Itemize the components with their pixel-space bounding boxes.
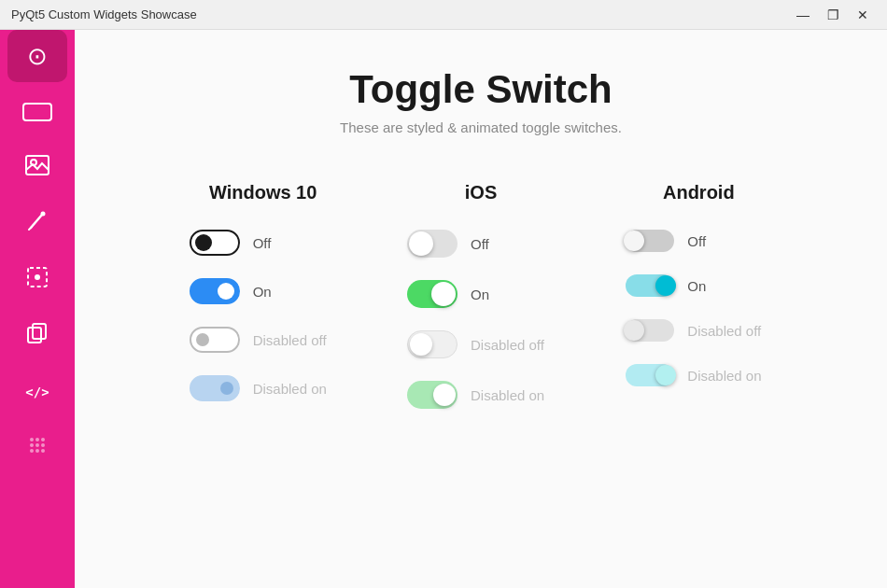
copy-icon xyxy=(27,323,48,349)
svg-point-15 xyxy=(30,449,34,453)
win-off-row: Off xyxy=(154,230,372,256)
svg-line-2 xyxy=(31,215,42,228)
win-knob-disabled-off xyxy=(196,333,209,346)
ios-off-row: Off xyxy=(372,230,589,258)
android-label-disabled-off: Disabled off xyxy=(687,323,771,339)
windows-header: Windows 10 xyxy=(209,182,317,203)
svg-point-12 xyxy=(30,443,34,447)
ios-disabled-on-row: Disabled on xyxy=(372,381,589,409)
sidebar-item-card[interactable] xyxy=(7,86,67,138)
ios-toggle-disabled-on xyxy=(407,381,458,409)
svg-point-9 xyxy=(30,438,34,441)
card-icon xyxy=(22,103,52,121)
sidebar: ⊙ xyxy=(0,0,75,588)
app-title: PyQt5 Custom Widgets Showcase xyxy=(11,7,197,21)
image-icon xyxy=(25,155,49,181)
svg-point-3 xyxy=(41,212,46,217)
ios-knob-disabled-off xyxy=(410,333,432,356)
ios-label-disabled-on: Disabled on xyxy=(471,387,555,403)
android-label-disabled-on: Disabled on xyxy=(687,368,771,384)
svg-point-13 xyxy=(35,443,39,447)
ios-label-off: Off xyxy=(471,236,555,252)
svg-point-16 xyxy=(35,449,39,453)
android-knob-on xyxy=(655,275,676,296)
win-toggle-on[interactable] xyxy=(190,278,240,304)
ios-knob-off xyxy=(409,231,433,256)
android-knob-off xyxy=(624,231,644,251)
android-column: Android Off On Disabled off xyxy=(590,182,808,424)
android-knob-disabled-off xyxy=(624,320,644,341)
android-header: Android xyxy=(663,182,735,203)
sidebar-item-copy[interactable] xyxy=(7,310,67,362)
ios-toggle-disabled-off xyxy=(407,330,458,358)
toggle-grid: Windows 10 Off On Disabled off xyxy=(154,182,808,424)
maximize-button[interactable]: ❐ xyxy=(820,4,846,26)
ios-knob-on xyxy=(431,282,456,306)
ios-header: iOS xyxy=(465,182,497,203)
sidebar-item-toggle[interactable]: ⊙ xyxy=(7,30,67,82)
sidebar-item-select[interactable] xyxy=(7,254,67,306)
sidebar-item-dots[interactable] xyxy=(7,422,67,474)
svg-rect-8 xyxy=(28,328,41,343)
page-title: Toggle Switch xyxy=(131,67,831,112)
svg-point-17 xyxy=(41,449,45,453)
win-toggle-disabled-off xyxy=(190,327,240,353)
win-toggle-disabled-on xyxy=(190,375,240,401)
win-label-off: Off xyxy=(253,235,337,251)
page-subtitle: These are styled & animated toggle switc… xyxy=(131,119,831,135)
android-disabled-off-row: Disabled off xyxy=(590,319,808,342)
android-toggle-off[interactable] xyxy=(626,230,674,252)
title-bar: PyQt5 Custom Widgets Showcase — ❐ ✕ xyxy=(0,0,887,30)
svg-rect-7 xyxy=(33,324,46,339)
win-label-disabled-off: Disabled off xyxy=(253,332,337,348)
win-disabled-on-row: Disabled on xyxy=(154,375,372,401)
ios-label-disabled-off: Disabled off xyxy=(471,337,555,353)
ios-on-row: On xyxy=(372,280,589,308)
window-controls: — ❐ ✕ xyxy=(790,4,876,26)
android-on-row: On xyxy=(590,274,808,297)
main-content: Toggle Switch These are styled & animate… xyxy=(75,30,887,588)
toggle-icon: ⊙ xyxy=(27,42,48,71)
picker-icon xyxy=(27,211,48,237)
android-label-off: Off xyxy=(687,233,771,249)
android-disabled-on-row: Disabled on xyxy=(590,364,808,386)
sidebar-item-code[interactable]: </> xyxy=(7,366,67,418)
ios-toggle-on[interactable] xyxy=(407,280,458,308)
win-disabled-off-row: Disabled off xyxy=(154,327,372,353)
ios-toggle-off[interactable] xyxy=(407,230,458,258)
win-label-on: On xyxy=(253,284,337,300)
android-toggle-disabled-off xyxy=(626,319,674,342)
svg-point-6 xyxy=(35,274,40,280)
select-icon xyxy=(26,266,49,294)
android-toggle-disabled-on xyxy=(626,364,674,386)
win-knob-disabled-on xyxy=(220,382,233,395)
svg-line-4 xyxy=(29,227,32,230)
ios-label-on: On xyxy=(471,287,555,302)
ios-disabled-off-row: Disabled off xyxy=(372,330,589,358)
svg-point-11 xyxy=(41,438,45,441)
svg-point-10 xyxy=(35,438,39,441)
code-icon: </> xyxy=(25,385,49,399)
android-off-row: Off xyxy=(590,230,808,252)
win-knob-on xyxy=(218,283,234,300)
android-label-on: On xyxy=(687,278,771,294)
ios-knob-disabled-on xyxy=(433,384,456,406)
win-toggle-off[interactable] xyxy=(190,230,240,256)
ios-column: iOS Off On Disabled off xyxy=(372,182,589,424)
dots-icon xyxy=(26,434,49,462)
close-button[interactable]: ✕ xyxy=(850,4,876,26)
windows-column: Windows 10 Off On Disabled off xyxy=(154,182,372,424)
sidebar-item-picker[interactable] xyxy=(7,198,67,250)
sidebar-item-image[interactable] xyxy=(7,142,67,194)
win-knob-off xyxy=(195,234,212,251)
android-toggle-on[interactable] xyxy=(626,274,674,297)
svg-point-14 xyxy=(41,443,45,447)
win-label-disabled-on: Disabled on xyxy=(253,381,337,397)
win-on-row: On xyxy=(154,278,372,304)
android-knob-disabled-on xyxy=(655,365,676,385)
minimize-button[interactable]: — xyxy=(790,4,816,26)
